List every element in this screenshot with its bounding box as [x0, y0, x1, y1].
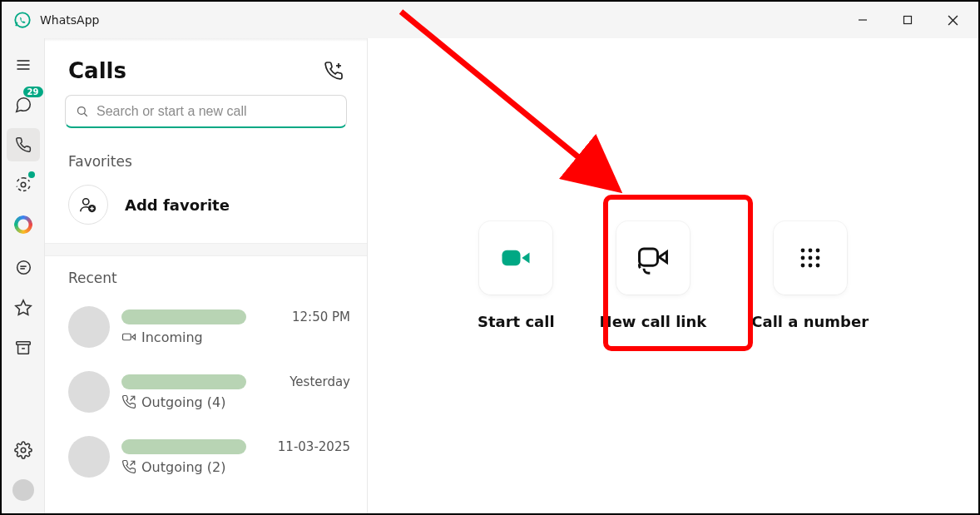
- call-outgoing-icon: [121, 459, 136, 474]
- call-direction: Outgoing (4): [141, 394, 225, 410]
- svg-point-37: [800, 264, 804, 268]
- app-title: WhatsApp: [40, 13, 99, 27]
- new-call-link-label: New call link: [600, 313, 707, 330]
- new-call-button[interactable]: [324, 61, 344, 81]
- svg-point-39: [815, 264, 819, 268]
- video-link-icon: [635, 240, 671, 276]
- add-favorite-icon: [68, 185, 108, 225]
- profile-button[interactable]: [7, 473, 40, 507]
- svg-point-38: [808, 264, 812, 268]
- titlebar: WhatsApp: [2, 2, 978, 38]
- svg-point-0: [15, 12, 29, 27]
- contact-name-redacted: [121, 439, 246, 454]
- call-time: 12:50 PM: [292, 309, 350, 324]
- calls-tab[interactable]: [7, 128, 40, 161]
- search-input[interactable]: [97, 104, 336, 119]
- svg-point-14: [21, 448, 26, 453]
- svg-line-25: [131, 396, 135, 400]
- call-a-number-label: Call a number: [751, 313, 869, 330]
- dialpad-icon: [795, 243, 825, 273]
- status-tab[interactable]: [7, 168, 40, 201]
- call-direction: Outgoing (2): [141, 459, 225, 475]
- svg-rect-2: [904, 17, 912, 24]
- meta-ai-icon: [14, 215, 32, 234]
- video-incoming-icon: [121, 329, 136, 344]
- page-title: Calls: [68, 58, 126, 83]
- chats-badge: 29: [23, 87, 43, 97]
- svg-marker-28: [522, 253, 530, 264]
- recent-label: Recent: [45, 256, 367, 295]
- svg-point-8: [21, 182, 26, 187]
- nav-rail: 29: [2, 38, 45, 513]
- svg-marker-24: [132, 334, 136, 339]
- svg-rect-12: [16, 342, 30, 345]
- call-row[interactable]: Outgoing (2) 11-03-2025: [45, 424, 367, 489]
- new-call-link-button[interactable]: [616, 221, 690, 295]
- calls-sidebar: Calls Favorites Add favorite: [45, 38, 368, 513]
- maximize-button[interactable]: [885, 2, 930, 38]
- minimize-button[interactable]: [840, 2, 885, 38]
- avatar-icon: [68, 306, 110, 348]
- svg-point-35: [808, 256, 812, 260]
- call-direction: Incoming: [141, 329, 203, 345]
- starred-tab[interactable]: [7, 291, 40, 324]
- call-row[interactable]: Incoming 12:50 PM: [45, 295, 367, 359]
- call-outgoing-icon: [121, 394, 136, 409]
- archived-tab[interactable]: [7, 331, 40, 364]
- add-favorite-label: Add favorite: [125, 196, 230, 214]
- svg-point-19: [83, 199, 89, 205]
- svg-point-17: [78, 107, 86, 115]
- close-button[interactable]: [930, 2, 975, 38]
- chats-tab[interactable]: 29: [7, 88, 40, 121]
- settings-button[interactable]: [7, 433, 40, 467]
- avatar-icon: [68, 371, 110, 413]
- call-time: 11-03-2025: [278, 439, 350, 454]
- svg-point-34: [800, 256, 804, 260]
- call-row[interactable]: Outgoing (4) Yesterday: [45, 359, 367, 424]
- start-call-button[interactable]: [479, 221, 552, 295]
- call-a-number-button[interactable]: [774, 221, 847, 295]
- svg-marker-11: [15, 300, 30, 314]
- menu-button[interactable]: [7, 48, 40, 82]
- channels-tab[interactable]: [7, 251, 40, 285]
- call-time: Yesterday: [290, 374, 350, 389]
- contact-name-redacted: [121, 374, 246, 389]
- main-content: Start call New call link: [368, 38, 978, 513]
- contact-name-redacted: [121, 309, 246, 324]
- video-icon: [497, 240, 534, 276]
- svg-marker-30: [659, 252, 666, 263]
- svg-rect-27: [502, 250, 521, 265]
- status-dot-icon: [28, 171, 35, 178]
- search-icon: [76, 105, 88, 117]
- avatar-icon: [12, 479, 34, 501]
- add-favorite-row[interactable]: Add favorite: [45, 178, 367, 243]
- svg-rect-29: [639, 249, 657, 265]
- start-call-label: Start call: [478, 313, 555, 330]
- svg-point-36: [815, 256, 819, 260]
- svg-point-31: [800, 249, 804, 253]
- whatsapp-logo-icon: [13, 11, 32, 29]
- divider: [45, 243, 367, 256]
- svg-point-32: [808, 249, 812, 253]
- search-box[interactable]: [65, 95, 347, 128]
- svg-line-26: [131, 461, 135, 465]
- favorites-label: Favorites: [45, 140, 367, 178]
- svg-line-18: [84, 113, 87, 116]
- svg-point-33: [815, 249, 819, 253]
- svg-rect-23: [123, 334, 131, 340]
- avatar-icon: [68, 436, 110, 478]
- meta-ai-tab[interactable]: [7, 208, 40, 241]
